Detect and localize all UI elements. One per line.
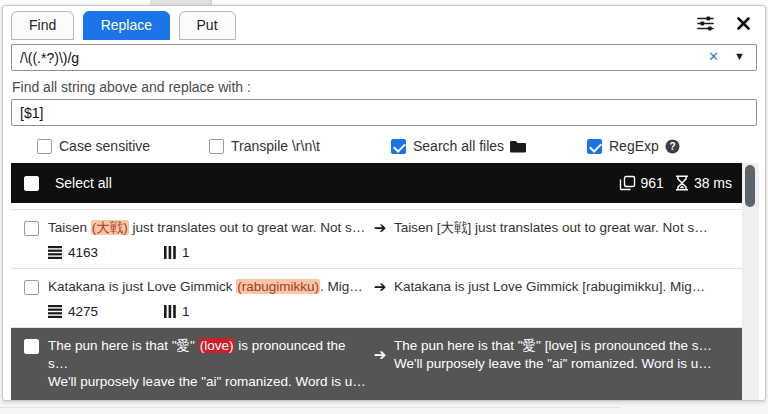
case-sensitive-checkbox[interactable] [37,139,52,154]
search-input-wrap: ✕ ▼ [11,44,757,71]
select-all-checkbox[interactable] [24,176,39,191]
arrow-right-icon: ➔ [366,278,394,296]
line-number-icon [48,305,62,318]
match-highlight: (love) [199,338,235,353]
background-page-divider [0,407,620,408]
option-search-all-files[interactable]: Search all files [391,136,587,156]
search-options: Case sensitive Transpile \r\n\t Search a… [37,136,757,156]
svg-text:?: ? [669,141,675,152]
elapsed-time: 38 ms [694,175,732,191]
option-regexp[interactable]: RegExp ? [587,136,737,156]
folder-icon [510,140,526,153]
column-number: 1 [182,304,190,319]
row-meta: 5687 1 [48,399,742,400]
tab-put[interactable]: Put [179,11,236,40]
arrow-right-icon: ➔ [366,346,394,364]
line-number: 4275 [68,304,98,319]
replace-label: Find all string above and replace with : [12,79,757,95]
tab-find[interactable]: Find [11,11,74,40]
row-meta: 4275 1 [48,304,742,319]
regexp-checkbox[interactable] [587,139,602,154]
find-replace-panel: Find Replace Put [2,5,766,401]
hourglass-icon [675,175,689,191]
row-checkbox[interactable] [24,280,39,295]
tab-bar: Find Replace Put [3,6,765,40]
row-checkbox[interactable] [24,221,39,236]
replace-input[interactable] [11,99,757,126]
match-highlight: (rabugimikku) [236,279,320,294]
search-all-files-checkbox[interactable] [391,139,406,154]
results-list: Select all 961 [11,163,742,400]
column-number: 1 [182,399,190,400]
option-transpile[interactable]: Transpile \r\n\t [209,136,391,156]
result-row-selected[interactable]: The pun here is that "愛" (love) is prono… [11,328,742,400]
column-number-icon [164,305,176,318]
result-row[interactable]: Katakana is just Love Gimmick (rabugimik… [11,269,742,328]
replacement-preview: Taisen [大戦] just translates out to great… [394,219,742,237]
replacement-preview: The pun here is that "愛" [love] is prono… [394,337,742,373]
search-input[interactable] [11,44,757,71]
column-number: 1 [182,245,190,260]
settings-sliders-icon[interactable] [695,13,715,33]
result-row[interactable]: Taisen (大戦) just translates out to great… [11,209,742,269]
line-number-icon [48,246,62,259]
close-icon[interactable] [733,13,753,33]
results-header-bar: Select all 961 [11,163,742,203]
results-stats: 961 38 ms [619,175,732,192]
column-number-icon [164,246,176,259]
option-label: Transpile \r\n\t [231,138,320,154]
line-number: 5687 [68,399,98,400]
row-meta: 4163 1 [48,245,742,260]
results-scrollbar[interactable] [742,163,759,400]
transpile-checkbox[interactable] [209,139,224,154]
option-label: Search all files [413,138,504,154]
source-text: The pun here is that "愛" (love) is prono… [48,337,366,391]
clear-search-icon[interactable]: ✕ [708,49,719,64]
select-all-label: Select all [55,175,112,191]
results-area: Select all 961 [11,163,759,400]
option-label: RegExp [609,138,659,154]
arrow-right-icon: ➔ [366,219,394,237]
match-count: 961 [641,175,664,191]
help-icon[interactable]: ? [665,139,680,154]
scrollbar-thumb[interactable] [745,165,755,207]
line-number: 4163 [68,245,98,260]
replace-input-wrap [11,99,757,126]
source-text: Katakana is just Love Gimmick (rabugimik… [48,278,366,296]
match-count-icon [619,175,636,192]
search-history-dropdown-icon[interactable]: ▼ [734,50,745,62]
replacement-preview: Katakana is just Love Gimmick [rabugimik… [394,278,742,296]
match-highlight: (大戦) [91,220,129,235]
row-checkbox[interactable] [24,339,39,354]
tab-replace[interactable]: Replace [83,11,170,40]
source-text: Taisen (大戦) just translates out to great… [48,219,366,237]
option-label: Case sensitive [59,138,150,154]
option-case-sensitive[interactable]: Case sensitive [37,136,209,156]
